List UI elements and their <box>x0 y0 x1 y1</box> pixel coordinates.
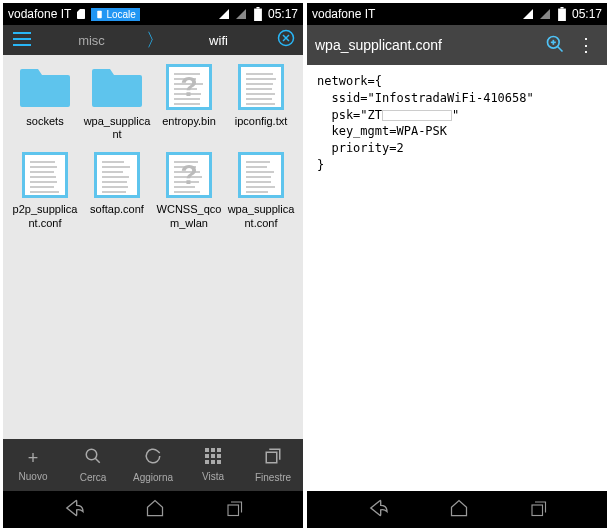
file-item[interactable]: ?WCNSS_qcom_wlan <box>153 151 225 229</box>
search-in-file-button[interactable] <box>537 34 573 57</box>
signal-icon <box>217 7 231 21</box>
filename-label: wpa_supplicant.conf <box>315 37 537 53</box>
navigation-bar <box>307 491 607 528</box>
sdcard-icon <box>74 7 88 21</box>
search-button[interactable]: Cerca <box>63 439 123 491</box>
file-item[interactable]: p2p_supplicant.conf <box>9 151 81 229</box>
search-icon <box>84 447 102 470</box>
bottom-toolbar: + Nuovo Cerca Aggiorna Vista Finestre <box>3 439 303 491</box>
file-icon <box>89 151 145 199</box>
editor-title-bar: wpa_supplicant.conf ⋮ <box>307 25 607 65</box>
svg-rect-21 <box>228 505 239 516</box>
refresh-button[interactable]: Aggiorna <box>123 439 183 491</box>
file-label: ipconfig.txt <box>225 115 297 128</box>
svg-rect-1 <box>254 9 262 21</box>
recent-button[interactable] <box>529 499 547 521</box>
new-button[interactable]: + Nuovo <box>3 439 63 491</box>
home-button[interactable] <box>145 498 165 522</box>
file-icon: ? <box>161 63 217 111</box>
file-manager-screen: vodafone IT Locale 05:17 misc 〉 wifi soc… <box>3 3 303 528</box>
signal-icon-2 <box>538 7 552 21</box>
file-label: wpa_supplicant.conf <box>225 203 297 229</box>
plus-icon: + <box>28 448 39 469</box>
file-item[interactable]: wpa_supplicant.conf <box>225 151 297 229</box>
refresh-icon <box>144 447 162 470</box>
back-button[interactable] <box>63 499 85 521</box>
file-icon <box>17 151 73 199</box>
file-grid: socketswpa_supplicant?entropy.binipconfi… <box>3 55 303 439</box>
signal-icon <box>521 7 535 21</box>
carrier-label: vodafone IT <box>8 7 71 21</box>
breadcrumb-bar: misc 〉 wifi <box>3 25 303 55</box>
folder-icon <box>17 63 73 111</box>
file-item[interactable]: wpa_supplicant <box>81 63 153 141</box>
signal-icon-2 <box>234 7 248 21</box>
svg-rect-16 <box>217 454 221 458</box>
file-label: p2p_supplicant.conf <box>9 203 81 229</box>
svg-rect-22 <box>558 9 566 21</box>
file-label: entropy.bin <box>153 115 225 128</box>
svg-rect-15 <box>211 454 215 458</box>
back-button[interactable] <box>367 499 389 521</box>
battery-icon <box>555 7 569 21</box>
file-item[interactable]: ?entropy.bin <box>153 63 225 141</box>
file-icon <box>233 151 289 199</box>
overflow-menu-button[interactable]: ⋮ <box>573 34 599 56</box>
svg-rect-20 <box>266 452 277 463</box>
svg-rect-23 <box>560 7 563 9</box>
svg-line-25 <box>558 46 563 51</box>
text-editor-screen: vodafone IT 05:17 wpa_supplicant.conf ⋮ … <box>307 3 607 528</box>
svg-rect-2 <box>256 7 259 9</box>
file-label: wpa_supplicant <box>81 115 153 141</box>
carrier-label: vodafone IT <box>312 7 375 21</box>
svg-rect-0 <box>98 10 103 18</box>
file-item[interactable]: sockets <box>9 63 81 141</box>
chevron-right-icon: 〉 <box>146 28 164 52</box>
svg-rect-14 <box>205 454 209 458</box>
folder-icon <box>89 63 145 111</box>
breadcrumb-misc[interactable]: misc <box>37 33 146 48</box>
windows-button[interactable]: Finestre <box>243 439 303 491</box>
svg-rect-18 <box>211 460 215 464</box>
file-icon: ? <box>161 151 217 199</box>
file-label: softap.conf <box>81 203 153 216</box>
svg-rect-28 <box>532 505 543 516</box>
svg-rect-12 <box>211 448 215 452</box>
status-bar: vodafone IT Locale 05:17 <box>3 3 303 25</box>
locale-badge: Locale <box>91 8 139 21</box>
menu-button[interactable] <box>7 30 37 51</box>
recent-button[interactable] <box>225 499 243 521</box>
svg-point-9 <box>86 449 97 460</box>
battery-icon <box>251 7 265 21</box>
clock: 05:17 <box>268 7 298 21</box>
svg-line-10 <box>95 458 100 463</box>
file-label: WCNSS_qcom_wlan <box>153 203 225 229</box>
file-content[interactable]: network={ ssid="InfostradaWiFi-410658" p… <box>307 65 607 491</box>
status-bar: vodafone IT 05:17 <box>307 3 607 25</box>
navigation-bar <box>3 491 303 528</box>
redacted-psk <box>382 110 452 121</box>
clock: 05:17 <box>572 7 602 21</box>
svg-rect-17 <box>205 460 209 464</box>
svg-rect-19 <box>217 460 221 464</box>
svg-rect-13 <box>217 448 221 452</box>
grid-icon <box>205 448 221 469</box>
home-button[interactable] <box>449 498 469 522</box>
breadcrumb-wifi[interactable]: wifi <box>164 33 273 48</box>
file-item[interactable]: softap.conf <box>81 151 153 229</box>
file-icon <box>233 63 289 111</box>
windows-icon <box>264 447 282 470</box>
view-button[interactable]: Vista <box>183 439 243 491</box>
svg-rect-11 <box>205 448 209 452</box>
close-button[interactable] <box>273 29 299 52</box>
file-item[interactable]: ipconfig.txt <box>225 63 297 141</box>
file-label: sockets <box>9 115 81 128</box>
